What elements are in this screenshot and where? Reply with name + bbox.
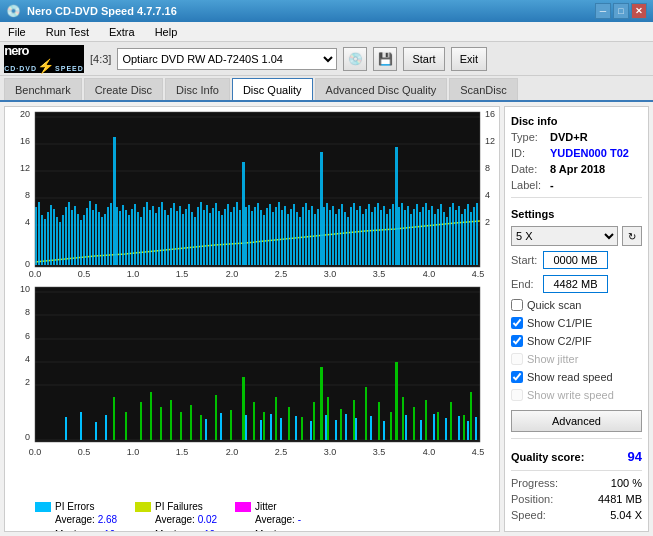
svg-text:0: 0 bbox=[25, 259, 30, 269]
menu-extra[interactable]: Extra bbox=[105, 24, 139, 40]
svg-rect-139 bbox=[395, 147, 398, 265]
svg-rect-218 bbox=[413, 407, 415, 440]
svg-rect-106 bbox=[296, 212, 298, 265]
tab-disc-quality[interactable]: Disc Quality bbox=[232, 78, 313, 100]
title-bar-left: 💿 Nero CD-DVD Speed 4.7.7.16 bbox=[6, 4, 177, 18]
svg-rect-79 bbox=[215, 203, 217, 265]
disc-info-title: Disc info bbox=[511, 115, 642, 127]
svg-rect-98 bbox=[272, 212, 274, 265]
svg-rect-209 bbox=[320, 367, 323, 440]
svg-rect-158 bbox=[452, 203, 454, 265]
svg-rect-85 bbox=[233, 207, 235, 265]
menu-bar: File Run Test Extra Help bbox=[0, 22, 653, 42]
start-input[interactable] bbox=[543, 251, 608, 269]
svg-rect-47 bbox=[119, 211, 121, 265]
drive-select[interactable]: Optiarc DVD RW AD-7240S 1.04 bbox=[117, 48, 337, 70]
svg-rect-72 bbox=[194, 217, 196, 265]
svg-text:1.0: 1.0 bbox=[127, 269, 140, 279]
refresh-button[interactable]: ↻ bbox=[622, 226, 642, 246]
svg-rect-40 bbox=[98, 212, 100, 265]
svg-rect-105 bbox=[293, 204, 295, 265]
svg-rect-44 bbox=[110, 203, 112, 265]
quick-scan-checkbox[interactable] bbox=[511, 299, 523, 311]
end-input[interactable] bbox=[543, 275, 608, 293]
svg-rect-244 bbox=[433, 414, 435, 440]
svg-rect-234 bbox=[295, 416, 297, 440]
svg-rect-122 bbox=[344, 212, 346, 265]
disc-id-row: ID: YUDEN000 T02 bbox=[511, 147, 642, 159]
svg-text:2.0: 2.0 bbox=[226, 447, 239, 457]
svg-rect-166 bbox=[476, 203, 478, 265]
svg-rect-123 bbox=[347, 217, 349, 265]
svg-rect-116 bbox=[326, 203, 328, 265]
menu-run-test[interactable]: Run Test bbox=[42, 24, 93, 40]
position-value: 4481 MB bbox=[598, 493, 642, 505]
show-read-speed-row: Show read speed bbox=[511, 371, 642, 383]
title-bar: 💿 Nero CD-DVD Speed 4.7.7.16 ─ □ ✕ bbox=[0, 0, 653, 22]
svg-rect-228 bbox=[205, 419, 207, 440]
svg-rect-75 bbox=[203, 210, 205, 265]
tab-advanced-disc-quality[interactable]: Advanced Disc Quality bbox=[315, 78, 448, 100]
tab-benchmark[interactable]: Benchmark bbox=[4, 78, 82, 100]
svg-rect-131 bbox=[371, 212, 373, 265]
svg-rect-59 bbox=[155, 213, 157, 265]
svg-rect-192 bbox=[125, 412, 127, 440]
svg-rect-19 bbox=[35, 207, 37, 265]
show-jitter-checkbox[interactable] bbox=[511, 353, 523, 365]
menu-file[interactable]: File bbox=[4, 24, 30, 40]
minimize-button[interactable]: ─ bbox=[595, 3, 611, 19]
tab-scan-disc[interactable]: ScanDisc bbox=[449, 78, 517, 100]
pi-errors-avg-label: Average: bbox=[55, 514, 95, 525]
svg-rect-143 bbox=[407, 206, 409, 265]
start-mb-row: Start: bbox=[511, 251, 642, 269]
disc-icon-button[interactable]: 💿 bbox=[343, 47, 367, 71]
svg-rect-87 bbox=[239, 210, 241, 265]
legend-pi-failures-label: PI Failures bbox=[155, 501, 203, 512]
legend-jitter-label: Jitter bbox=[255, 501, 277, 512]
svg-rect-48 bbox=[122, 205, 124, 265]
tab-disc-info[interactable]: Disc Info bbox=[165, 78, 230, 100]
svg-rect-135 bbox=[383, 206, 385, 265]
tab-create-disc[interactable]: Create Disc bbox=[84, 78, 163, 100]
pi-failures-max-label: Maximum: bbox=[155, 529, 201, 532]
svg-rect-36 bbox=[86, 208, 88, 265]
start-button[interactable]: Start bbox=[403, 47, 444, 71]
show-write-speed-checkbox[interactable] bbox=[511, 389, 523, 401]
show-c2-checkbox[interactable] bbox=[511, 335, 523, 347]
svg-rect-197 bbox=[180, 412, 182, 440]
jitter-avg-value: - bbox=[298, 514, 301, 525]
svg-text:10: 10 bbox=[20, 284, 30, 294]
position-label: Position: bbox=[511, 493, 553, 505]
show-write-speed-row: Show write speed bbox=[511, 389, 642, 401]
show-c1-checkbox[interactable] bbox=[511, 317, 523, 329]
svg-rect-20 bbox=[38, 202, 40, 265]
svg-rect-80 bbox=[218, 211, 220, 265]
main-chart: 20 16 12 8 4 0 16 12 8 4 2 bbox=[5, 107, 495, 497]
close-button[interactable]: ✕ bbox=[631, 3, 647, 19]
svg-rect-241 bbox=[383, 421, 385, 440]
disc-id-value: YUDEN000 T02 bbox=[550, 147, 629, 159]
svg-rect-145 bbox=[413, 209, 415, 265]
svg-rect-37 bbox=[89, 201, 91, 265]
svg-rect-69 bbox=[185, 209, 187, 265]
svg-rect-120 bbox=[338, 209, 340, 265]
svg-text:0.0: 0.0 bbox=[29, 269, 42, 279]
toolbar: nero CD·DVD⚡SPEED [4:3] Optiarc DVD RW A… bbox=[0, 42, 653, 76]
maximize-button[interactable]: □ bbox=[613, 3, 629, 19]
svg-rect-231 bbox=[260, 420, 262, 440]
quality-label: Quality score: bbox=[511, 451, 584, 463]
svg-rect-207 bbox=[301, 417, 303, 440]
save-icon-button[interactable]: 💾 bbox=[373, 47, 397, 71]
speed-select[interactable]: 5 X Max 1 X 2 X 4 X 8 X bbox=[511, 226, 618, 246]
svg-text:4.0: 4.0 bbox=[423, 447, 436, 457]
svg-rect-45 bbox=[113, 137, 116, 265]
show-read-speed-checkbox[interactable] bbox=[511, 371, 523, 383]
exit-button[interactable]: Exit bbox=[451, 47, 487, 71]
menu-help[interactable]: Help bbox=[151, 24, 182, 40]
show-c2-label: Show C2/PIF bbox=[527, 335, 592, 347]
svg-rect-34 bbox=[80, 220, 82, 265]
svg-rect-43 bbox=[107, 207, 109, 265]
advanced-button[interactable]: Advanced bbox=[511, 410, 642, 432]
svg-rect-226 bbox=[95, 422, 97, 440]
svg-rect-149 bbox=[425, 203, 427, 265]
